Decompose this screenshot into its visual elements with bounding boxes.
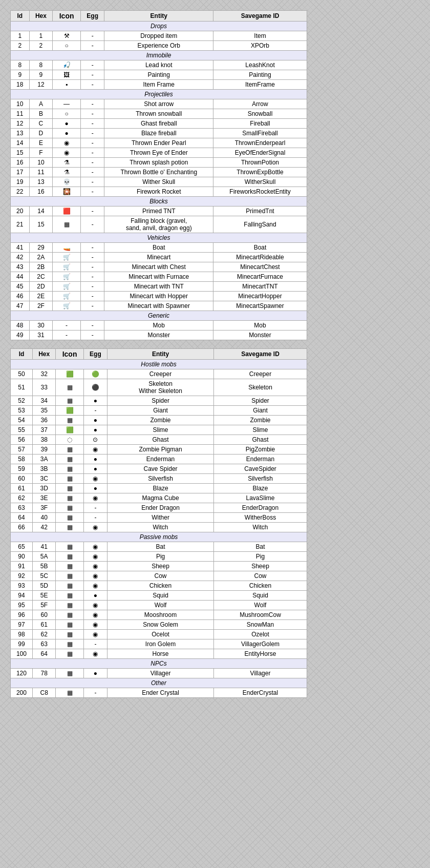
entity-table-1: Id Hex Icon Egg Entity Savegame ID Drops… <box>10 10 307 340</box>
cell-id: 66 <box>11 523 33 532</box>
table-row: 5234▦●SpiderSpider <box>11 396 307 406</box>
cell-savegame: SmallFireball <box>213 129 307 138</box>
cell-id: 61 <box>11 484 33 493</box>
cell-savegame: Pig <box>214 552 307 562</box>
cell-id: 11 <box>11 109 30 119</box>
cell-icon: ▦ <box>56 669 83 678</box>
cell-egg: ● <box>83 425 107 435</box>
cell-id: 46 <box>11 292 30 301</box>
cell-entity: Experience Orb <box>104 41 213 51</box>
table-row: 583A▦●EndermanEnderman <box>11 454 307 464</box>
table-row: 15F◉-Thrown Eye of EnderEyeOfEnderSignal <box>11 148 307 158</box>
cell-entity: Wither <box>107 513 214 523</box>
cell-id: 18 <box>11 80 30 90</box>
cell-entity: Thrown snowball <box>104 109 213 119</box>
cell-icon: ▦ <box>56 513 83 523</box>
table-row: 4931--MonsterMonster <box>11 330 307 340</box>
cell-savegame: ThrownPotion <box>213 158 307 168</box>
cell-savegame: EyeOfEnderSignal <box>213 148 307 158</box>
cell-egg: ◉ <box>83 445 107 454</box>
table-row: 905A▦◉PigPig <box>11 552 307 562</box>
cell-hex: 5D <box>32 581 56 591</box>
section-header: Drops <box>11 22 307 31</box>
cell-entity: Squid <box>107 591 214 601</box>
cell-savegame: Wolf <box>214 601 307 610</box>
cell-savegame: ThrownExpBottle <box>213 168 307 177</box>
cell-entity: Villager <box>107 669 214 678</box>
cell-hex: 14 <box>29 206 53 216</box>
cell-icon: ● <box>53 119 81 129</box>
cell-icon: ▦ <box>56 649 83 659</box>
cell-hex: 9 <box>29 70 53 80</box>
cell-entity: Minecart with Chest <box>104 262 213 272</box>
cell-entity: Horse <box>107 649 214 659</box>
cell-egg: - <box>80 119 104 129</box>
cell-entity: Blaze fireball <box>104 129 213 138</box>
cell-egg: - <box>80 99 104 109</box>
cell-savegame: PrimedTnt <box>213 206 307 216</box>
cell-id: 44 <box>11 272 30 282</box>
cell-entity: Creeper <box>107 369 214 379</box>
table-row: 200C8▦-Ender CrystalEnderCrystal <box>11 688 307 698</box>
cell-egg: ⚫ <box>83 379 107 396</box>
cell-egg: ◉ <box>83 493 107 503</box>
cell-egg: - <box>80 206 104 216</box>
table-row: 472F🛒-Minecart with SpawnerMinecartSpawn… <box>11 301 307 311</box>
cell-hex: 62 <box>32 630 56 639</box>
cell-hex: 13 <box>29 177 53 187</box>
table-row: 22○-Experience OrbXPOrb <box>11 41 307 51</box>
cell-savegame: WitherBoss <box>214 513 307 523</box>
cell-icon: ▪ <box>53 80 81 90</box>
cell-id: 20 <box>11 206 30 216</box>
cell-id: 57 <box>11 445 33 454</box>
header-hex: Hex <box>29 11 53 22</box>
cell-egg: - <box>80 41 104 51</box>
cell-egg: - <box>80 109 104 119</box>
cell-icon: ▦ <box>56 562 83 571</box>
cell-icon: 🚤 <box>53 243 81 253</box>
cell-egg: ◉ <box>83 542 107 552</box>
cell-hex: 41 <box>32 542 56 552</box>
cell-egg: - <box>80 168 104 177</box>
cell-egg: - <box>80 282 104 292</box>
cell-id: 98 <box>11 630 33 639</box>
table-row: 11B○-Thrown snowballSnowball <box>11 109 307 119</box>
cell-id: 45 <box>11 282 30 292</box>
cell-icon: ◌ <box>56 435 83 445</box>
cell-egg: - <box>83 688 107 698</box>
table-row: 1610⚗-Thrown splash potionThrownPotion <box>11 158 307 168</box>
cell-hex: 5A <box>32 552 56 562</box>
cell-hex: 42 <box>32 523 56 532</box>
cell-icon: ▦ <box>56 416 83 425</box>
cell-hex: 3B <box>32 464 56 474</box>
cell-egg: ● <box>83 416 107 425</box>
table-row: 9963▦-Iron GolemVillagerGolem <box>11 639 307 649</box>
cell-icon: 🎇 <box>53 187 81 197</box>
cell-entity: Ender Dragon <box>107 503 214 513</box>
cell-egg: - <box>80 292 104 301</box>
cell-icon: ▦ <box>56 581 83 591</box>
cell-icon: 🟩 <box>56 425 83 435</box>
cell-entity: Mob <box>104 321 213 330</box>
cell-egg: - <box>80 216 104 233</box>
table-row: 1812▪-Item FrameItemFrame <box>11 80 307 90</box>
section-header: Other <box>11 678 307 688</box>
table-row: 633F▦-Ender DragonEnderDragon <box>11 503 307 513</box>
table-row: 9761▦◉Snow GolemSnowMan <box>11 620 307 630</box>
cell-egg: - <box>83 406 107 416</box>
cell-egg: ◉ <box>83 649 107 659</box>
table-row: 11⚒-Dropped itemItem <box>11 31 307 41</box>
cell-id: 94 <box>11 591 33 601</box>
cell-hex: 60 <box>32 610 56 620</box>
cell-id: 21 <box>11 216 30 233</box>
cell-hex: 39 <box>32 445 56 454</box>
cell-id: 64 <box>11 513 33 523</box>
table-row: 6440▦-WitherWitherBoss <box>11 513 307 523</box>
cell-savegame: Skeleton <box>214 379 307 396</box>
cell-egg: - <box>83 513 107 523</box>
cell-egg: ◉ <box>83 474 107 484</box>
cell-entity: Primed TNT <box>104 206 213 216</box>
cell-entity: Silverfish <box>107 474 214 484</box>
section-header: Projectiles <box>11 90 307 99</box>
cell-icon: ◉ <box>53 148 81 158</box>
